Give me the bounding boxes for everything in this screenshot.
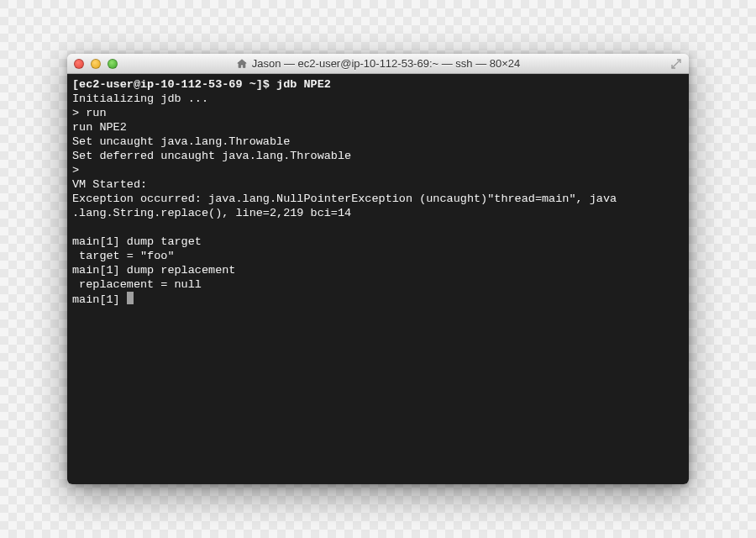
terminal-window: Jason — ec2-user@ip-10-112-53-69:~ — ssh…	[67, 54, 689, 484]
output-line: run NPE2	[72, 121, 127, 134]
output-line: Exception occurred: java.lang.NullPointe…	[72, 193, 617, 205]
minimize-button[interactable]	[91, 59, 101, 69]
output-line: Set deferred uncaught java.lang.Throwabl…	[72, 150, 351, 162]
output-line: target = "foo"	[72, 250, 175, 262]
output-line: Initializing jdb ...	[72, 92, 208, 105]
title-wrap: Jason — ec2-user@ip-10-112-53-69:~ — ssh…	[67, 57, 689, 70]
window-title: Jason — ec2-user@ip-10-112-53-69:~ — ssh…	[252, 57, 521, 70]
output-line: .lang.String.replace(), line=2,219 bci=1…	[72, 207, 351, 219]
terminal-body[interactable]: [ec2-user@ip-10-112-53-69 ~]$ jdb NPE2 I…	[67, 74, 689, 484]
fullscreen-icon[interactable]	[670, 58, 682, 70]
output-line: VM Started:	[72, 178, 154, 191]
output-line: replacement = null	[72, 278, 202, 291]
output-line: Set uncaught java.lang.Throwable	[72, 135, 290, 148]
cursor	[127, 292, 134, 304]
traffic-lights	[74, 59, 118, 69]
command-text: jdb NPE2	[276, 78, 331, 91]
close-button[interactable]	[74, 59, 84, 69]
output-line: main[1]	[72, 293, 127, 306]
maximize-button[interactable]	[108, 59, 118, 69]
output-line: > run	[72, 107, 107, 119]
titlebar[interactable]: Jason — ec2-user@ip-10-112-53-69:~ — ssh…	[67, 54, 689, 74]
home-icon	[236, 58, 248, 70]
output-line: main[1] dump target	[72, 235, 202, 248]
prompt: [ec2-user@ip-10-112-53-69 ~]$	[72, 78, 276, 91]
output-line: >	[72, 164, 86, 177]
output-line: main[1] dump replacement	[72, 264, 235, 277]
